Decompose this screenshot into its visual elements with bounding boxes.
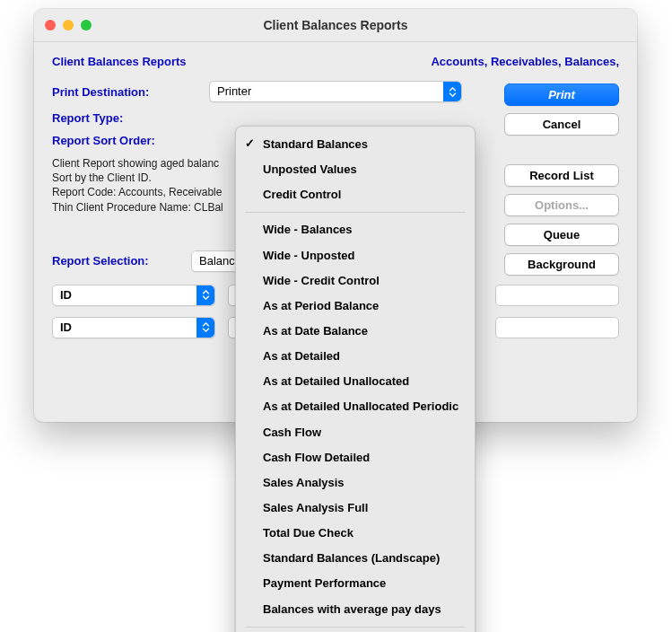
- report-selection-value: Balanc: [199, 254, 235, 268]
- close-icon[interactable]: [45, 20, 56, 31]
- report-type-dropdown[interactable]: Standard BalancesUnposted ValuesCredit C…: [235, 126, 476, 632]
- titlebar: Client Balances Reports: [34, 9, 637, 42]
- chevron-up-down-icon: [443, 82, 461, 101]
- report-type-option[interactable]: Unposted Values: [236, 157, 475, 182]
- cancel-button[interactable]: Cancel: [504, 113, 619, 136]
- report-type-option[interactable]: Total Due Check: [236, 521, 475, 546]
- report-type-option[interactable]: Wide - Unposted: [236, 243, 475, 268]
- report-sort-order-label: Report Sort Order:: [52, 134, 209, 147]
- report-type-option[interactable]: As at Date Balance: [236, 319, 475, 344]
- report-type-option[interactable]: As at Detailed Unallocated: [236, 369, 475, 394]
- menu-separator: [245, 627, 466, 628]
- zoom-icon[interactable]: [81, 20, 92, 31]
- selection-field-select[interactable]: ID: [52, 317, 215, 338]
- background-button[interactable]: Background: [504, 253, 619, 276]
- breadcrumb: Accounts, Receivables, Balances,: [431, 55, 619, 68]
- minimize-icon[interactable]: [63, 20, 74, 31]
- chevron-up-down-icon: [196, 318, 214, 338]
- report-type-option[interactable]: Credit Control: [236, 182, 475, 207]
- report-type-option[interactable]: Cash Flow Detailed: [236, 445, 475, 470]
- selection-value-input[interactable]: [495, 285, 619, 306]
- traffic-lights: [45, 20, 92, 31]
- print-destination-label: Print Destination:: [52, 85, 209, 99]
- report-type-option[interactable]: Wide - Credit Control: [236, 268, 475, 294]
- report-type-option[interactable]: Standard Balances: [236, 132, 475, 157]
- options-button[interactable]: Options...: [504, 194, 619, 216]
- selection-field-select[interactable]: ID: [52, 285, 215, 306]
- selection-field-value: ID: [60, 288, 72, 302]
- print-button[interactable]: Print: [504, 83, 619, 106]
- report-type-option[interactable]: Sales Analysis: [236, 470, 475, 496]
- report-type-option[interactable]: As at Period Balance: [236, 294, 475, 319]
- menu-separator: [245, 212, 466, 213]
- chevron-up-down-icon: [196, 285, 214, 305]
- report-type-option[interactable]: Wide - Balances: [236, 217, 475, 242]
- selection-field-value: ID: [60, 320, 72, 334]
- report-type-option[interactable]: Sales Analysis Full: [236, 496, 475, 521]
- selection-value-input[interactable]: [495, 317, 619, 338]
- queue-button[interactable]: Queue: [504, 224, 619, 246]
- record-list-button[interactable]: Record List: [504, 164, 619, 187]
- report-type-option[interactable]: As at Detailed: [236, 344, 475, 369]
- report-type-option[interactable]: Cash Flow: [236, 420, 475, 445]
- report-type-option[interactable]: Payment Performance: [236, 571, 475, 596]
- report-type-option[interactable]: As at Detailed Unallocated Periodic: [236, 394, 475, 419]
- window-title: Client Balances Reports: [34, 18, 637, 32]
- report-selection-label: Report Selection:: [52, 254, 191, 268]
- print-destination-select[interactable]: Printer: [209, 81, 462, 102]
- action-sidebar: Print Cancel Record List Options... Queu…: [504, 83, 619, 276]
- report-type-option[interactable]: Balances with average pay days: [236, 597, 475, 622]
- report-type-label: Report Type:: [52, 111, 209, 125]
- print-destination-value: Printer: [217, 84, 251, 98]
- page-title: Client Balances Reports: [52, 55, 187, 68]
- report-type-option[interactable]: Standard Balances (Landscape): [236, 546, 475, 571]
